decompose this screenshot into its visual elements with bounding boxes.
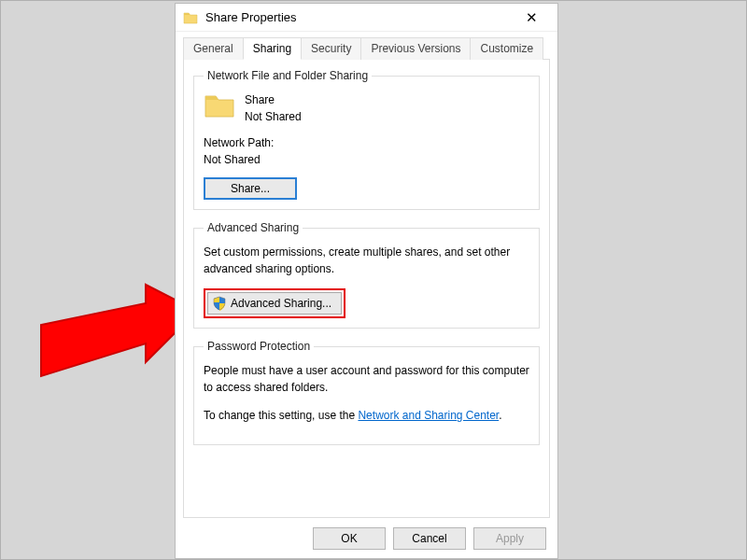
password-protection-line2: To change this setting, use the Network … (204, 407, 529, 424)
tab-sharing[interactable]: Sharing (243, 37, 302, 60)
group-legend: Advanced Sharing (204, 221, 303, 234)
cancel-button[interactable]: Cancel (393, 527, 466, 550)
screenshot-frame: Share Properties ✕ General Sharing Secur… (0, 0, 747, 560)
folder-name: Share (245, 91, 302, 108)
ok-button[interactable]: OK (313, 527, 386, 550)
share-button[interactable]: Share... (204, 177, 297, 200)
advanced-sharing-button[interactable]: Advanced Sharing... (207, 292, 342, 315)
share-info: Share Not Shared (245, 91, 302, 125)
folder-icon (204, 91, 235, 119)
share-info-row: Share Not Shared (204, 91, 529, 125)
network-sharing-center-link[interactable]: Network and Sharing Center (358, 409, 499, 422)
tab-strip: General Sharing Security Previous Versio… (176, 32, 557, 60)
group-network-file-sharing: Network File and Folder Sharing Share No… (193, 69, 540, 210)
red-arrow-annotation (34, 283, 197, 404)
group-password-protection: Password Protection People must have a u… (193, 340, 540, 445)
titlebar: Share Properties ✕ (176, 4, 557, 32)
tab-general[interactable]: General (183, 37, 244, 60)
group-legend: Network File and Folder Sharing (204, 69, 372, 82)
dialog-footer: OK Cancel Apply (313, 527, 546, 550)
tab-previous-versions[interactable]: Previous Versions (360, 37, 471, 60)
network-path-block: Network Path: Not Shared (204, 134, 529, 168)
close-button[interactable]: ✕ (513, 5, 550, 31)
line2-prefix: To change this setting, use the (204, 409, 358, 422)
folder-icon (183, 10, 198, 25)
network-path-label: Network Path: (204, 134, 529, 151)
tab-customize[interactable]: Customize (470, 37, 543, 60)
tab-security[interactable]: Security (301, 37, 361, 60)
advanced-sharing-highlight: Advanced Sharing... (204, 288, 345, 318)
svg-marker-0 (41, 285, 197, 376)
share-status: Not Shared (245, 108, 302, 125)
group-legend: Password Protection (204, 340, 314, 353)
properties-dialog: Share Properties ✕ General Sharing Secur… (175, 3, 558, 559)
network-path-value: Not Shared (204, 151, 529, 168)
advanced-sharing-description: Set custom permissions, create multiple … (204, 244, 529, 277)
password-protection-line1: People must have a user account and pass… (204, 362, 529, 396)
window-title: Share Properties (205, 10, 513, 24)
apply-button[interactable]: Apply (473, 527, 546, 550)
uac-shield-icon (212, 296, 227, 311)
sharing-tab-panel: Network File and Folder Sharing Share No… (183, 59, 550, 518)
group-advanced-sharing: Advanced Sharing Set custom permissions,… (193, 221, 540, 329)
line2-suffix: . (499, 409, 501, 422)
advanced-sharing-button-label: Advanced Sharing... (231, 297, 331, 310)
